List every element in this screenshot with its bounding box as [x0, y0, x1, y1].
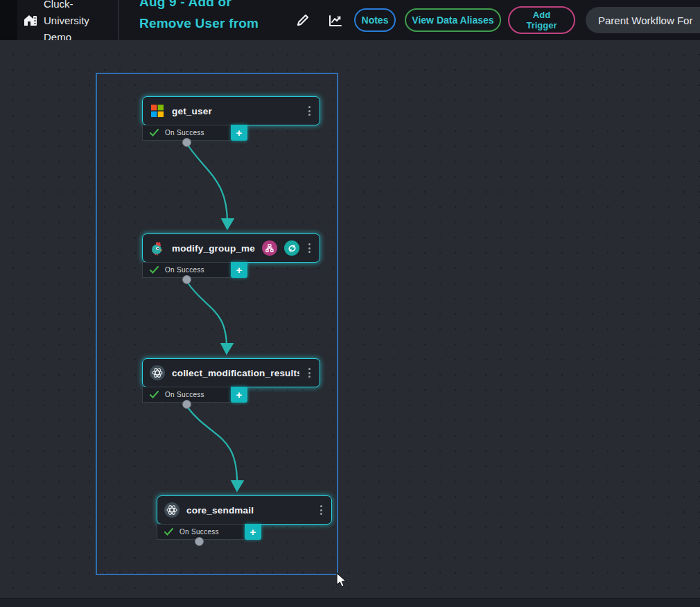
notes-button[interactable]: Notes — [354, 8, 396, 32]
connector-dot[interactable] — [182, 138, 191, 147]
check-icon — [150, 129, 159, 137]
node-label: get_user — [172, 106, 299, 116]
microsoft-icon — [150, 103, 165, 118]
bottom-band — [0, 598, 700, 607]
node-label: core_sendmail — [186, 505, 311, 516]
node-menu-icon[interactable] — [306, 240, 313, 256]
add-transition-button[interactable]: + — [231, 387, 247, 403]
loop-badge[interactable] — [284, 240, 299, 256]
node-collect-modification-results[interactable]: collect_modification_results On Success … — [142, 358, 320, 403]
topbar-left-edge — [0, 0, 17, 40]
connector-dot[interactable] — [182, 275, 191, 284]
connector-dot[interactable] — [195, 537, 204, 546]
add-transition-button[interactable]: + — [245, 524, 261, 540]
node-menu-icon[interactable] — [306, 365, 313, 380]
topbar-divider — [118, 0, 119, 40]
node-menu-icon[interactable] — [318, 502, 324, 518]
edit-pencil-icon[interactable] — [294, 11, 312, 29]
rewst-rooster-icon — [150, 240, 165, 256]
workflow-title[interactable]: Aug 9 - Add or Remove User from Multiple… — [139, 0, 278, 40]
insights-chart-icon[interactable] — [326, 11, 344, 29]
node-label: modify_group_mem... — [172, 243, 255, 254]
org-home-icon[interactable] — [22, 12, 39, 28]
check-icon — [164, 528, 173, 536]
node-modify-group-membership[interactable]: modify_group_mem... — [142, 234, 320, 278]
add-trigger-button[interactable]: Add Trigger — [508, 6, 575, 34]
rewst-core-icon — [164, 502, 180, 518]
organization-name[interactable]: Cluck- University Demo — [44, 0, 116, 40]
add-transition-button[interactable]: + — [231, 125, 247, 141]
node-menu-icon[interactable] — [306, 103, 313, 118]
node-label: collect_modification_results — [172, 368, 299, 378]
add-transition-button[interactable]: + — [231, 262, 247, 278]
workflow-canvas[interactable]: get_user On Success + — [0, 40, 700, 607]
node-core-sendmail[interactable]: core_sendmail On Success + — [157, 495, 332, 540]
rewst-core-icon — [150, 365, 165, 380]
check-icon — [150, 391, 159, 398]
view-data-aliases-button[interactable]: View Data Aliases — [405, 8, 501, 32]
node-header[interactable]: core_sendmail — [157, 495, 332, 525]
node-get-user[interactable]: get_user On Success + — [142, 96, 320, 141]
top-toolbar: Cluck- University Demo Aug 9 - Add or Re… — [0, 0, 700, 40]
check-icon — [150, 266, 159, 274]
node-header[interactable]: modify_group_mem... — [142, 234, 320, 263]
data-alias-badge[interactable] — [262, 240, 277, 256]
parent-workflow-field[interactable]: Parent Workflow For — [586, 7, 700, 33]
node-header[interactable]: collect_modification_results — [142, 358, 320, 387]
connector-dot[interactable] — [182, 400, 191, 409]
node-header[interactable]: get_user — [142, 96, 320, 125]
